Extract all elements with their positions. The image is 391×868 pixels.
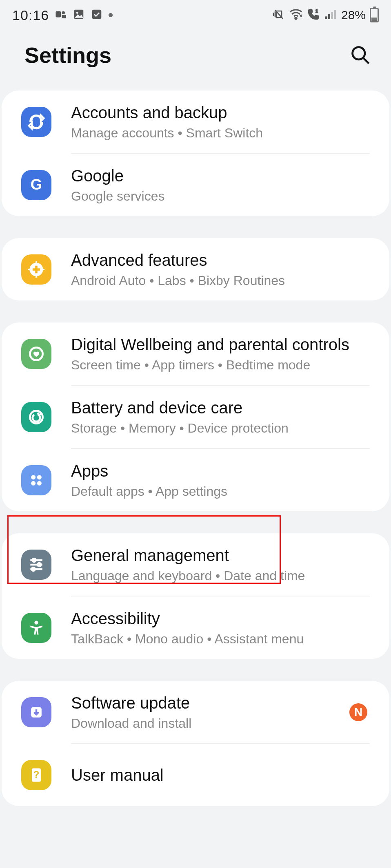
svg-point-33 [34,621,38,624]
search-icon [349,44,371,65]
row-title: Accessibility [71,609,370,628]
row-subtitle: Storage • Memory • Device protection [71,421,370,436]
row-text: GoogleGoogle services [71,166,370,204]
row-text: Advanced featuresAndroid Auto • Labs • B… [71,250,370,288]
svg-rect-19 [28,269,31,270]
signal-icon [324,8,337,22]
settings-row-software-update[interactable]: Software updateDownload and installN [2,681,389,743]
a11y-icon [21,613,51,643]
row-title: Advanced features [71,250,370,270]
settings-group: General managementLanguage and keyboard … [2,533,389,659]
vibrate-icon [272,8,285,22]
sliders-icon [21,550,51,580]
svg-rect-18 [36,275,37,278]
row-subtitle: Manage accounts • Smart Switch [71,126,370,141]
svg-point-24 [37,475,42,479]
teams-icon [55,8,67,22]
svg-rect-12 [334,10,336,19]
status-time: 10:16 [12,7,49,23]
apps-icon [21,465,51,495]
settings-row-advanced-features[interactable]: Advanced featuresAndroid Auto • Labs • B… [2,238,389,300]
settings-row-user-manual[interactable]: ?User manual [2,744,389,806]
row-text: Digital Wellbeing and parental controlsS… [71,335,370,373]
row-text: User manual [71,765,370,785]
svg-text:?: ? [33,769,40,780]
row-subtitle: Android Auto • Labs • Bixby Routines [71,273,370,288]
wellbeing-icon [21,339,51,369]
svg-rect-5 [92,10,102,19]
status-left: 10:16 [12,7,113,23]
settings-group: Software updateDownload and installN?Use… [2,681,389,806]
wifi-icon [289,7,303,23]
svg-point-31 [38,563,41,566]
svg-point-1 [62,11,65,15]
row-title: General management [71,546,370,565]
row-text: AccessibilityTalkBack • Mono audio • Ass… [71,609,370,647]
svg-rect-9 [325,16,327,19]
call-icon: 1 [307,8,320,22]
status-bar: 10:16 1 28% [0,0,391,29]
settings-row-apps[interactable]: AppsDefault apps • App settings [2,449,389,511]
page-header: Settings [0,29,391,91]
manual-icon: ? [21,760,51,790]
more-notifications-dot [109,13,113,17]
row-subtitle: Default apps • App settings [71,484,370,499]
svg-point-23 [31,475,36,479]
row-text: Battery and device careStorage • Memory … [71,398,370,436]
settings-group: Digital Wellbeing and parental controlsS… [2,322,389,511]
svg-text:G: G [31,176,42,193]
row-text: Software updateDownload and install [71,693,349,731]
row-title: Battery and device care [71,398,370,417]
search-button[interactable] [349,44,371,66]
google-icon: G [21,170,51,200]
row-text: General managementLanguage and keyboard … [71,546,370,583]
svg-point-13 [353,47,365,59]
svg-point-30 [32,558,36,561]
notification-badge: N [349,703,367,721]
svg-line-14 [364,58,369,63]
row-text: Accounts and backupManage accounts • Sma… [71,103,370,141]
svg-point-26 [37,481,42,485]
settings-row-accounts-backup[interactable]: Accounts and backupManage accounts • Sma… [2,91,389,153]
svg-rect-2 [62,15,66,18]
svg-text:1: 1 [315,9,318,13]
settings-row-accessibility[interactable]: AccessibilityTalkBack • Mono audio • Ass… [2,596,389,659]
svg-rect-10 [328,14,330,19]
battery-percent: 28% [341,8,366,22]
battery-icon [370,8,379,22]
svg-rect-11 [331,12,333,19]
settings-row-general-management[interactable]: General managementLanguage and keyboard … [2,533,389,596]
gallery-icon [73,8,85,22]
svg-point-4 [76,12,78,14]
row-subtitle: Language and keyboard • Date and time [71,568,370,583]
status-right: 1 28% [272,7,379,23]
row-title: Google [71,166,370,186]
row-title: Apps [71,461,370,481]
settings-group: Advanced featuresAndroid Auto • Labs • B… [2,238,389,300]
row-subtitle: Google services [71,189,370,204]
svg-rect-0 [56,11,61,18]
row-title: Software update [71,693,349,713]
svg-rect-17 [36,261,37,263]
sync-icon [21,107,51,137]
svg-point-7 [295,18,297,20]
svg-point-25 [31,481,36,485]
row-title: Digital Wellbeing and parental controls [71,335,370,354]
row-title: User manual [71,765,370,785]
care-icon [21,402,51,432]
page-title: Settings [24,42,111,68]
settings-row-google[interactable]: GGoogleGoogle services [2,154,389,216]
row-text: AppsDefault apps • App settings [71,461,370,499]
svg-point-32 [32,567,35,570]
settings-group: Accounts and backupManage accounts • Sma… [2,91,389,216]
row-subtitle: Download and install [71,716,349,731]
row-subtitle: Screen time • App timers • Bedtime mode [71,358,370,373]
svg-rect-20 [42,269,45,270]
update-icon [21,697,51,727]
checkbox-icon [91,8,103,22]
settings-row-digital-wellbeing[interactable]: Digital Wellbeing and parental controlsS… [2,322,389,385]
plus-gear-icon [21,254,51,285]
row-title: Accounts and backup [71,103,370,122]
row-subtitle: TalkBack • Mono audio • Assistant menu [71,632,370,647]
settings-row-battery-care[interactable]: Battery and device careStorage • Memory … [2,386,389,448]
